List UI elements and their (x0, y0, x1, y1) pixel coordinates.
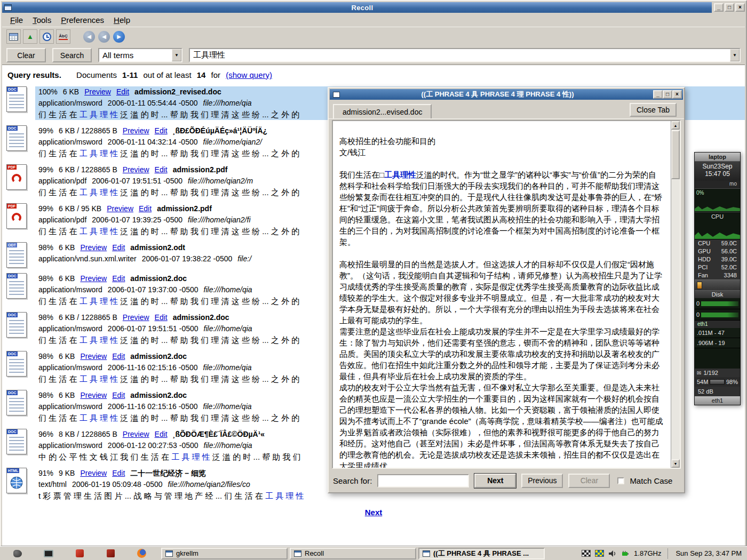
gkrellm-clock[interactable]: Sun23Sep 15:47 05 (695, 162, 740, 181)
preview-link[interactable]: Preview (123, 126, 149, 135)
edit-link[interactable]: Edit (155, 126, 168, 135)
doc-file-icon[interactable]: DOC (6, 351, 27, 377)
gkrellm-eth1-label[interactable]: eth1 (695, 321, 740, 328)
search-button[interactable]: Search (52, 48, 92, 62)
find-next-button[interactable]: Next (474, 474, 516, 488)
edit-link[interactable]: Edit (112, 391, 125, 399)
maximize-icon[interactable]: □ (663, 90, 672, 99)
results-table-icon[interactable] (6, 29, 21, 44)
search-mode-combo[interactable]: All terms ▼ (98, 48, 182, 62)
main-titlebar-area[interactable]: Recoll (2, 2, 712, 13)
edit-link[interactable]: Edit (112, 274, 125, 283)
html-file-icon[interactable]: HTML (6, 468, 27, 493)
close-icon[interactable]: × (672, 90, 682, 99)
preview-link[interactable]: Preview (80, 352, 107, 361)
scroll-down-icon[interactable]: ▼ (671, 459, 680, 468)
preview-link[interactable]: Preview (80, 243, 107, 252)
gkrellm-load-chart[interactable]: 0% (695, 188, 740, 212)
next-page-link[interactable]: Next (365, 508, 383, 517)
preview-link[interactable]: Preview (123, 313, 149, 322)
package-launcher-icon[interactable] (73, 548, 86, 559)
preview-search-input[interactable] (377, 474, 469, 487)
doc-file-icon[interactable]: DOC (6, 429, 27, 454)
main-titlebar[interactable]: Recoll _ □ × (2, 2, 745, 13)
next-page-icon[interactable]: ▶ (113, 31, 125, 43)
find-previous-button[interactable]: Previous (521, 474, 563, 488)
volume-icon[interactable] (608, 550, 617, 557)
history-icon[interactable] (39, 29, 54, 44)
first-page-icon[interactable]: ◀ (83, 31, 95, 43)
gkrellm-window[interactable]: laptop Sun23Sep 15:47 05 mo 0% CPU CPU59… (694, 152, 741, 405)
edit-link[interactable]: Edit (112, 352, 125, 361)
query-input[interactable]: 工具理性 ▼ (189, 48, 741, 62)
keyboard-layout-icon[interactable] (582, 550, 591, 557)
scroll-up-icon[interactable]: ▲ (671, 121, 680, 130)
power-plug-icon[interactable] (621, 550, 630, 557)
terminal-launcher-icon[interactable] (42, 548, 55, 559)
doc-file-icon[interactable]: DOC (6, 312, 27, 338)
preview-tab[interactable]: admission2...evised.doc (333, 104, 432, 118)
doc-file-icon[interactable]: DOC (6, 273, 27, 299)
pdf-file-icon[interactable]: PDF (6, 164, 27, 190)
preview-link[interactable]: Preview (80, 274, 107, 283)
preview-scrollbar[interactable]: ▲ ▼ (671, 121, 680, 468)
odt-file-icon[interactable]: ODT (6, 242, 27, 268)
edit-link[interactable]: Edit (112, 243, 125, 252)
sort-icon[interactable]: ▲ (23, 29, 37, 44)
find-clear-button[interactable]: Clear (568, 474, 610, 488)
gkrellm-mail[interactable]: ✉ 1/192 (695, 369, 740, 377)
menu-help[interactable]: Help (109, 14, 135, 26)
taskbar-button[interactable]: Recoll (290, 548, 416, 559)
gkrellm-hostname[interactable]: laptop (695, 153, 740, 162)
query-history-icon[interactable]: ▼ (730, 49, 740, 61)
relevance-score: 99% (38, 165, 53, 174)
menu-file[interactable]: File (5, 14, 28, 26)
taskbar-button[interactable]: gkrellm (161, 548, 288, 559)
close-tab-button[interactable]: Close Tab (630, 103, 677, 117)
edit-link[interactable]: Edit (155, 165, 168, 174)
show-query-link[interactable]: (show query) (226, 70, 272, 79)
editor-launcher-icon[interactable] (104, 548, 117, 559)
preview-link[interactable]: Preview (84, 87, 111, 96)
gkrellm-cpu-chart[interactable]: CPU (695, 212, 740, 239)
query-text[interactable]: 工具理性 (190, 49, 730, 61)
edit-link[interactable]: Edit (155, 313, 168, 322)
chevron-down-icon[interactable]: ▼ (172, 49, 181, 61)
preview-link[interactable]: Preview (123, 430, 149, 438)
minimize-icon[interactable]: _ (653, 90, 663, 99)
maximize-icon[interactable]: □ (725, 3, 734, 12)
doc-file-icon[interactable]: DOC (6, 390, 27, 415)
menu-tools[interactable]: Tools (28, 14, 56, 26)
edit-link[interactable]: Edit (112, 469, 125, 477)
edit-link[interactable]: Edit (116, 87, 129, 96)
memory-percent: 98% (726, 379, 738, 385)
keyboard-layout-icon-2[interactable] (595, 550, 604, 557)
preview-link[interactable]: Preview (80, 469, 107, 477)
doc-file-icon[interactable]: DOC (6, 125, 27, 151)
edit-link[interactable]: Edit (139, 204, 152, 213)
close-icon[interactable]: × (735, 3, 745, 12)
taskbar-clock[interactable]: Sun Sep 23, 3:47 PM (667, 548, 742, 559)
pdf-file-icon[interactable]: PDF (6, 203, 27, 229)
clear-button[interactable]: Clear (6, 48, 46, 62)
menu-preferences[interactable]: Preferences (56, 14, 109, 26)
preview-link[interactable]: Preview (107, 204, 133, 213)
firefox-launcher-icon[interactable] (134, 548, 148, 559)
taskbar-button[interactable]: ((工 PHRASE 4 具 PHRASE ... (418, 548, 545, 559)
applications-menu-icon[interactable] (11, 548, 25, 559)
minimize-icon[interactable]: _ (714, 3, 724, 12)
edit-link[interactable]: Edit (155, 430, 168, 438)
preview-link[interactable]: Preview (80, 391, 107, 399)
preview-link[interactable]: Preview (123, 165, 149, 174)
scrollbar-thumb[interactable] (671, 130, 680, 179)
prev-page-icon[interactable]: ◀ (98, 31, 110, 43)
window-icon[interactable] (333, 92, 340, 98)
window-icon[interactable] (4, 4, 12, 11)
preview-text[interactable]: 高校招生的社会功能和目的文/钱江 我们生活在□工具理性泛滥的时代。作为“世之显学… (333, 121, 671, 468)
match-case-checkbox[interactable] (617, 477, 624, 484)
gkrellm-disk-label[interactable]: Disk (695, 290, 740, 298)
preview-titlebar[interactable]: ((工 PHRASE 4 具 PHRASE 4 理 PHRASE 4 性)) _… (330, 89, 683, 100)
doc-file-icon[interactable]: DOC (6, 86, 27, 112)
gkrellm-footer[interactable]: eth1 (695, 396, 740, 405)
term-explorer-icon[interactable]: ÂbÇ (56, 29, 70, 44)
